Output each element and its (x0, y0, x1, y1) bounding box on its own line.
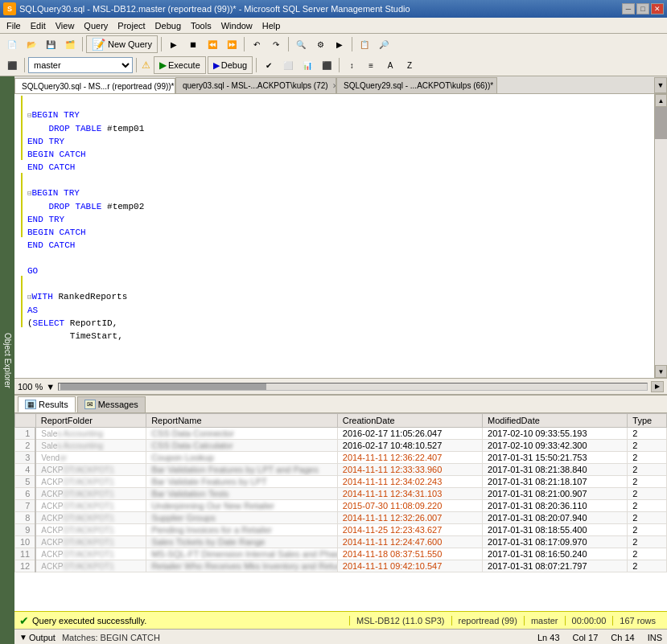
tab-scroll-button[interactable]: ▼ (654, 77, 667, 93)
results-tab-messages[interactable]: ✉ Messages (77, 396, 146, 412)
menu-window[interactable]: Window (216, 19, 257, 32)
results-table-wrapper[interactable]: ReportFolder ReportName CreationDate Mod… (14, 413, 667, 611)
toolbar-redo[interactable]: ↷ (267, 35, 285, 53)
toolbar-r2-btn4[interactable]: ⬛ (318, 56, 336, 74)
row-created-7: 2014-11-11 12:32:26.007 (337, 512, 482, 524)
toolbar-btn3[interactable]: ⏪ (204, 35, 221, 53)
status-time: 00:00:00 (565, 616, 613, 626)
row-folder-8: ACKPOT/ACKPOT1 (35, 524, 146, 536)
warning-icon: ⚠ (142, 59, 150, 71)
menu-tools[interactable]: Tools (186, 19, 216, 32)
toolbar-r2-btn7[interactable]: A (381, 56, 399, 74)
toolbar-r2-btn2[interactable]: ⬜ (279, 56, 297, 74)
scroll-up-button[interactable]: ▲ (655, 94, 667, 107)
results-tab-results[interactable]: ▦ Results (18, 396, 76, 412)
output-icon: ▼ (19, 633, 27, 642)
row-type-5: 2 (628, 488, 667, 500)
col-header-folder[interactable]: ReportFolder (35, 414, 146, 428)
row-folder-4: ACKPOT/ACKPOT1 (35, 476, 146, 488)
h-scroll-thumb[interactable] (60, 384, 266, 390)
row-modified-1: 2017-02-10 09:33:42.300 (483, 440, 628, 452)
scroll-thumb[interactable] (655, 107, 667, 139)
table-row: 11 ACKPOT/ACKPOT1 MS-SQL-FT Dimension In… (15, 548, 667, 560)
toolbar-r2-btn5[interactable]: ↕ (343, 56, 360, 74)
status-db: master (524, 616, 565, 626)
toolbar-btn2[interactable]: ⏹ (184, 35, 202, 53)
col-header-name[interactable]: ReportName (146, 414, 338, 428)
code-line-1: ⊟BEGIN TRY (27, 110, 80, 120)
col-header-type[interactable]: Type (628, 414, 667, 428)
row-modified-9: 2017-01-31 08:17:09.970 (483, 536, 628, 548)
row-modified-5: 2017-01-31 08:21:00.907 (483, 488, 628, 500)
tab-1[interactable]: query03.sql - MSL-...ACKPOT\kulps (72) ✕ (175, 77, 336, 93)
close-button[interactable]: ✕ (651, 3, 664, 14)
parse-btn[interactable]: ✔ (260, 56, 278, 74)
toolbar-btn8[interactable]: 📋 (356, 35, 373, 53)
toolbar-area: 📄 📂 💾 🗂️ 📝 New Query ▶ ⏹ ⏪ ⏩ ↶ ↷ 🔍 ⚙ ▶ 📋… (0, 34, 667, 76)
toolbar-save-all[interactable]: 🗂️ (61, 35, 79, 53)
menu-debug[interactable]: Debug (150, 19, 186, 32)
code-line-8: DROP TABLE #temp02 (27, 202, 144, 211)
toolbar-btn9[interactable]: 🔎 (375, 35, 393, 53)
tab-2[interactable]: SQLQuery29.sql - ...ACKPOT\kulps (66))* … (336, 77, 497, 93)
toolbar-btn1[interactable]: ▶ (165, 35, 183, 53)
debug-button[interactable]: ▶ Debug (208, 56, 253, 74)
table-row: 10 ACKPOT/ACKPOT1 Sales Tickets by Date … (15, 536, 667, 548)
database-dropdown[interactable]: master (28, 57, 133, 73)
code-editor[interactable]: ⊟BEGIN TRY DROP TABLE #temp01 END TRY BE… (14, 94, 654, 378)
menu-edit[interactable]: Edit (26, 19, 51, 32)
toolbar-row2-btn1[interactable]: ⬛ (3, 56, 21, 74)
menu-file[interactable]: File (2, 19, 26, 32)
minimize-button[interactable]: ─ (622, 3, 635, 14)
toolbar-save[interactable]: 💾 (42, 35, 60, 53)
row-name-2: Coupon Lookup (146, 452, 338, 464)
toolbar-r2-btn6[interactable]: ≡ (362, 56, 380, 74)
status-bar: ✔ Query executed successfully. MSL-DB12 … (14, 611, 667, 629)
row-name-0: CSS Data Connector (146, 428, 338, 440)
toolbar-btn4[interactable]: ⏩ (223, 35, 241, 53)
sep9 (339, 58, 340, 72)
row-type-3: 2 (628, 464, 667, 476)
menu-query[interactable]: Query (79, 19, 113, 32)
tab-0[interactable]: SQLQuery30.sql - MS...r (reportread (99)… (14, 78, 175, 94)
execute-button[interactable]: ▶ Execute (154, 56, 206, 74)
row-folder-7: ACKPOT/ACKPOT1 (35, 512, 146, 524)
row-name-11: Retailer Who Receives Mks Inventory and … (146, 560, 338, 572)
toolbar-btn7[interactable]: ▶ (331, 35, 348, 53)
code-line-16: AS (27, 306, 38, 315)
new-query-icon: 📝 (92, 38, 105, 51)
toolbar-undo[interactable]: ↶ (248, 35, 266, 53)
toolbar-btn5[interactable]: 🔍 (292, 35, 310, 53)
output-label: ▼ Output (19, 633, 56, 642)
row-num-1: 2 (15, 440, 36, 452)
horizontal-scrollbar[interactable] (58, 383, 648, 391)
bottom-status: Ln 43 Col 17 Ch 14 INS (537, 633, 662, 642)
zoom-dropdown-icon[interactable]: ▼ (46, 382, 55, 392)
toolbar-btn6[interactable]: ⚙ (311, 35, 329, 53)
row-num-2: 3 (15, 452, 36, 464)
h-scroll-right[interactable]: ▶ (651, 381, 664, 392)
scroll-down-button[interactable]: ▼ (655, 365, 667, 378)
maximize-button[interactable]: □ (636, 3, 649, 14)
object-explorer-panel[interactable]: Object Explorer (0, 76, 14, 644)
toolbar-open[interactable]: 📂 (23, 35, 40, 53)
row-created-5: 2014-11-11 12:34:31.103 (337, 488, 482, 500)
menu-project[interactable]: Project (113, 19, 150, 32)
row-num-3: 4 (15, 464, 36, 476)
menu-view[interactable]: View (51, 19, 80, 32)
new-query-button[interactable]: 📝 New Query (86, 35, 158, 53)
toolbar-new-file[interactable]: 📄 (3, 35, 21, 53)
editor-scrollbar[interactable]: ▲ ▼ (654, 94, 667, 378)
scroll-area[interactable] (655, 107, 667, 365)
toolbar-r2-btn3[interactable]: 📊 (299, 56, 316, 74)
results-table: ReportFolder ReportName CreationDate Mod… (14, 413, 667, 572)
row-created-3: 2014-11-11 12:33:33.960 (337, 464, 482, 476)
col-header-modified[interactable]: ModifiedDate (483, 414, 628, 428)
row-name-5: Bar Validation Tests (146, 488, 338, 500)
toolbar-r2-btn8[interactable]: Z (401, 56, 418, 74)
col-header-created[interactable]: CreationDate (337, 414, 482, 428)
menu-help[interactable]: Help (257, 19, 286, 32)
execute-label: Execute (168, 60, 200, 70)
ins-label: INS (648, 633, 662, 642)
tab-0-label: SQLQuery30.sql - MS...r (reportread (99)… (22, 82, 175, 91)
